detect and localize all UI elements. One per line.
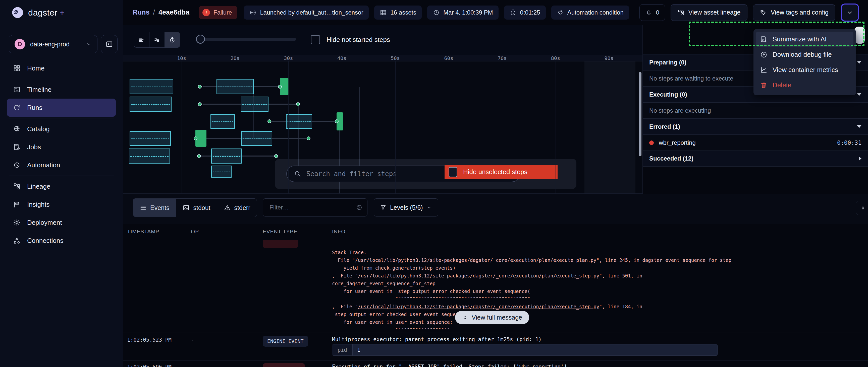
step-bar-not-started[interactable] [130,79,173,94]
step-bar-not-started[interactable] [211,114,235,129]
status-section-header[interactable]: Succeeded (12) [643,151,868,167]
section-label: Preparing (0) [649,59,686,66]
axis-tick: 20s [230,55,240,61]
file-path-link[interactable]: /usr/local/lib/python3.12/site-packages/… [358,304,599,309]
search-icon [294,170,301,177]
levels-dropdown[interactable]: Levels (5/6) [374,198,438,216]
menu-item-summarize-with-ai[interactable]: Summarize with AI [756,32,854,47]
gantt-chart[interactable]: Hide unselected steps [123,62,643,194]
logo-block: dagster + [0,0,123,25]
menu-item-view-container-metrics[interactable]: View container metrics [756,62,854,77]
errored-step-row[interactable]: wbr_reporting0:00:31 [643,134,868,151]
sidebar-item-insights[interactable]: Insights [0,195,123,213]
view-full-message-button[interactable]: View full message [455,311,529,324]
sidebar-item-connections[interactable]: Connections [0,232,123,249]
tab-stdout[interactable]: stdout [176,199,217,217]
step-bar-not-started[interactable] [130,131,171,146]
sidebar-item-runs[interactable]: Runs [7,99,116,116]
chevron-down-icon[interactable] [857,125,862,128]
tab-stderr[interactable]: stderr [217,199,257,217]
step-bar-not-started[interactable] [241,131,272,146]
notifications-button[interactable]: 0 [640,4,665,21]
step-marker[interactable] [197,154,201,158]
dependency-line [253,87,254,138]
timed-view-button[interactable] [165,32,180,47]
step-bar-not-started[interactable] [286,114,312,129]
sidebar-item-deployment[interactable]: Deployment [0,213,123,232]
log-filter-box[interactable] [263,198,367,216]
step-marker[interactable] [198,85,202,89]
step-name[interactable]: wbr_reporting [659,139,696,146]
step-bar-not-started[interactable] [211,166,231,177]
run-actions-menu: Summarize with AIDownload debug fileView… [753,29,856,95]
gridline [182,62,182,193]
step-marker[interactable] [307,136,310,140]
hide-not-started-checkbox[interactable] [311,35,320,44]
workspace-selector[interactable]: D data-eng-prod [9,35,97,53]
step-marker[interactable] [274,154,278,158]
gantt-zoom-slider[interactable] [196,38,296,41]
menu-item-delete[interactable]: Delete [756,77,854,93]
status-section-header[interactable]: Errored (1) [643,119,868,134]
step-bar-not-started[interactable] [211,148,242,164]
event-type-badge: ENGINE_EVENT [263,336,308,347]
waterfall-view-button[interactable] [149,32,165,47]
row-op: - [191,337,194,343]
status-label: Failure [214,9,232,16]
breadcrumb-runs-link[interactable]: Runs [133,8,150,16]
view-asset-lineage-button[interactable]: View asset lineage [671,4,747,21]
trace-line: , File "/usr/local/lib/python3.12/site-p… [332,272,732,280]
hide-unselected-checkbox[interactable] [448,167,457,177]
flat-view-button[interactable] [134,32,149,47]
sidebar-item-lineage[interactable]: Lineage [0,177,123,195]
summarize-icon [760,36,768,43]
sidebar-item-timeline[interactable]: Timeline [0,80,123,99]
axis-tick: 10s [177,55,186,61]
trace-line: ^^^^^^^^^^^^^^^^^^^^^^^^^^^^^^^^^^^^^^^^… [332,295,732,303]
sidebar-item-label: Connections [27,237,64,244]
step-bar-not-started[interactable] [130,97,172,112]
tab-events[interactable]: Events [133,199,176,217]
event-log-table: TIMESTAMP OP EVENT TYPE INFO Stack Trace… [123,224,868,367]
deployment-icon [13,219,21,226]
step-filter-overlay: Hide unselected steps [275,159,577,189]
table-row[interactable]: 1:02:05.596 PM - RUN_FAILURE Execution o… [123,361,868,367]
axis-tick: 50s [391,55,400,61]
row-timestamp: 1:02:05.596 PM [127,364,172,367]
sidebar-item-jobs[interactable]: Jobs [0,138,123,156]
collapse-panel-icon [105,40,113,48]
step-marker[interactable] [335,120,339,123]
updown-icon [462,314,468,321]
step-marker[interactable] [194,136,197,140]
sidebar-item-catalog[interactable]: Catalog [0,120,123,138]
sidebar-item-home[interactable]: Home [0,59,123,77]
trace-line: _step_output_error_checked_user_event_se… [332,310,732,318]
chevron-right-icon[interactable] [859,156,862,161]
sidebar-collapse-button[interactable] [101,35,118,53]
table-row[interactable]: 1:02:05.523 PM - ENGINE_EVENT Multiproce… [123,332,868,361]
expand-log-button[interactable] [856,201,868,215]
slider-handle[interactable] [196,35,205,44]
chevron-down-icon[interactable] [857,93,862,96]
log-filter-input[interactable] [269,204,352,211]
menu-item-download-debug-file[interactable]: Download debug file [756,47,854,62]
clear-filter-icon[interactable] [355,204,363,211]
step-marker[interactable] [198,102,202,106]
step-bar-not-started[interactable] [241,97,269,112]
step-bar-not-started[interactable] [129,148,170,164]
axis-tick: 30s [284,55,293,61]
chevron-down-icon[interactable] [857,61,862,64]
levels-label: Levels (5/6) [390,204,423,211]
gantt-scrollbar[interactable] [639,72,642,156]
step-marker[interactable] [278,85,282,89]
step-marker[interactable] [296,102,300,106]
failure-icon: ! [203,9,210,16]
run-actions-menu-button[interactable] [841,3,859,22]
trace-line: , File "/usr/local/lib/python3.12/site-p… [332,303,732,310]
table-row[interactable]: Stack Trace: File "/usr/local/lib/python… [123,240,868,332]
menu-item-label: Delete [773,81,792,89]
step-marker[interactable] [268,120,271,123]
view-tags-config-button[interactable]: View tags and config [753,4,835,21]
sidebar-item-automation[interactable]: Automation [0,156,123,174]
trace-line: yield from check.generator(step_events) [332,264,732,272]
